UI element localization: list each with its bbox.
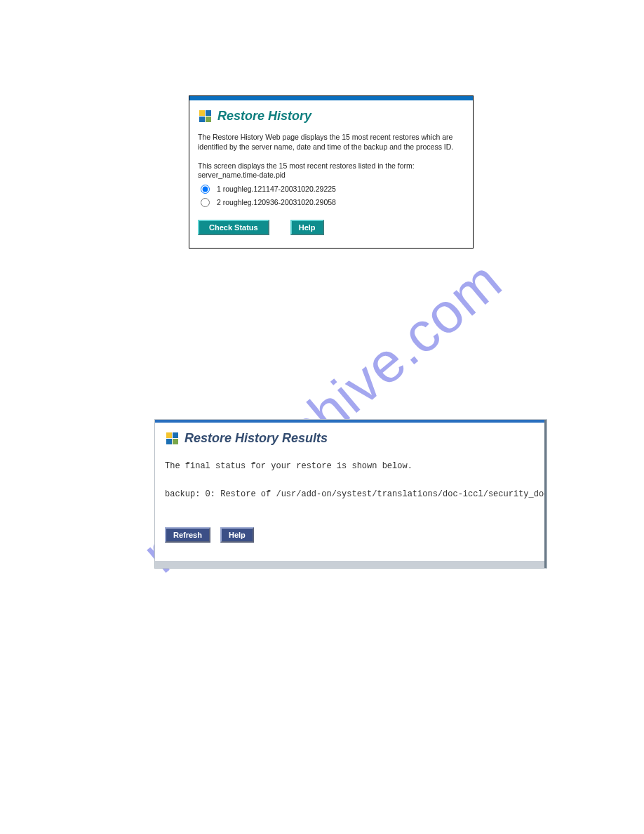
- restore-option-1[interactable]: 1 roughleg.121147-20031020.29225: [201, 185, 464, 194]
- list-header: This screen displays the 15 most recent …: [198, 161, 464, 180]
- restore-radio-2[interactable]: [201, 198, 210, 207]
- window-title: Restore History: [217, 109, 311, 124]
- restore-option-2[interactable]: 2 roughleg.120936-20031020.29058: [201, 198, 464, 207]
- app-logo-icon: [199, 110, 212, 123]
- restore-options: 1 roughleg.121147-20031020.29225 2 rough…: [201, 185, 464, 207]
- restore-option-2-label: 2 roughleg.120936-20031020.29058: [217, 198, 336, 206]
- restore-history-window: Restore History The Restore History Web …: [189, 95, 474, 249]
- restore-option-1-label: 1 roughleg.121147-20031020.29225: [217, 185, 336, 193]
- window-title: Restore History Results: [185, 431, 328, 446]
- description-text: The Restore History Web page displays th…: [198, 132, 464, 152]
- bottom-bar: [155, 561, 544, 568]
- help-button[interactable]: Help: [290, 220, 324, 235]
- output-text: backup: 0: Restore of /usr/add-on/systes…: [165, 489, 544, 499]
- app-logo-icon: [166, 432, 179, 445]
- refresh-button[interactable]: Refresh: [165, 527, 210, 543]
- restore-history-results-window: Restore History Results The final status…: [155, 420, 546, 568]
- help-button[interactable]: Help: [220, 527, 254, 543]
- restore-radio-1[interactable]: [201, 185, 210, 194]
- check-status-button[interactable]: Check Status: [198, 220, 269, 235]
- status-text: The final status for your restore is sho…: [165, 461, 544, 471]
